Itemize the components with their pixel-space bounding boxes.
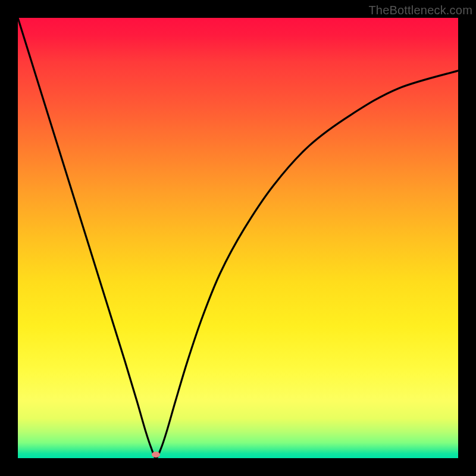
bottleneck-curve [18,18,458,458]
chart-frame: TheBottleneck.com [0,0,476,476]
plot-area [18,18,458,458]
optimal-point-marker [152,452,160,458]
watermark-label: TheBottleneck.com [368,4,472,17]
